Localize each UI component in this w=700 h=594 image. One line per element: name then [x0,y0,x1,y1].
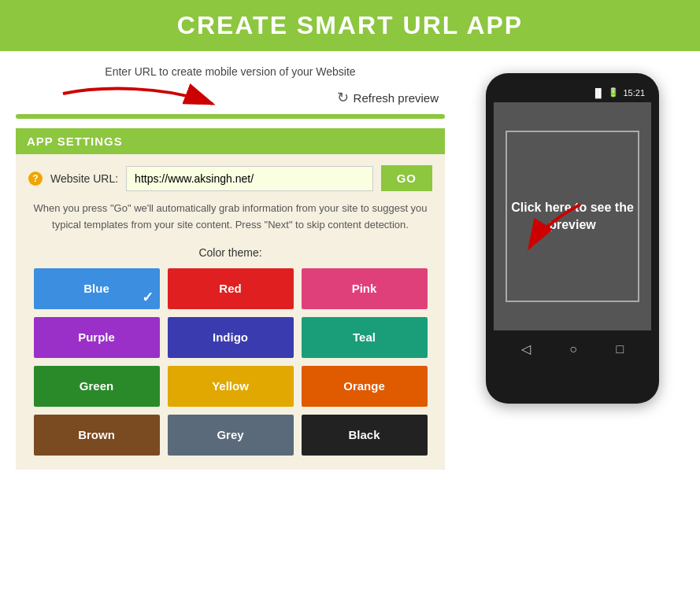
color-swatch-green[interactable]: Green [34,366,160,407]
color-label: Red [219,282,241,295]
color-swatch-yellow[interactable]: Yellow [168,366,294,407]
refresh-row: ↻ Refresh preview [16,86,445,109]
color-swatch-pink[interactable]: Pink [302,268,428,309]
color-label: Grey [217,428,243,441]
website-url-row: ? Website URL: GO [28,165,432,191]
color-label: Orange [343,379,385,393]
color-swatch-purple[interactable]: Purple [34,317,160,358]
app-settings-header: APP SETTINGS [16,128,445,154]
color-swatch-orange[interactable]: Orange [302,366,428,407]
right-panel: ▐▌ 🔋 15:21 Click here to see the preview [461,65,684,470]
color-label: Purple [78,330,115,344]
battery-icon: 🔋 [608,87,619,98]
phone-status-bar: ▐▌ 🔋 15:21 [494,87,651,102]
color-swatch-red[interactable]: Red [168,268,294,309]
color-label: Teal [353,330,376,344]
page-header: CREATE SMART URL APP [0,0,700,51]
main-container: Enter URL to create mobile version of yo… [0,51,700,478]
info-text: When you press "Go" we'll automatically … [28,201,432,234]
home-button[interactable]: ○ [569,342,577,356]
color-label: Black [348,428,380,441]
refresh-label: Refresh preview [354,91,439,105]
url-progress-bar [16,114,445,119]
color-theme-label: Color theme: [28,246,432,259]
phone-bottom-nav: ◁ ○ □ [494,330,651,360]
url-hint: Enter URL to create mobile version of yo… [16,65,445,78]
color-swatch-grey[interactable]: Grey [168,415,294,456]
phone-preview-box[interactable]: Click here to see the preview [506,131,639,302]
color-swatch-indigo[interactable]: Indigo [168,317,294,358]
selected-checkmark: ✓ [142,289,154,306]
app-settings-section: APP SETTINGS ? Website URL: GO When you … [16,128,445,470]
phone-time: 15:21 [623,88,645,98]
color-grid: Blue✓RedPinkPurpleIndigoTealGreenYellowO… [34,268,428,456]
refresh-preview-button[interactable]: ↻ Refresh preview [331,86,445,109]
left-panel: Enter URL to create mobile version of yo… [16,65,445,470]
color-label: Pink [352,282,377,295]
color-swatch-black[interactable]: Black [302,415,428,456]
phone-screen[interactable]: Click here to see the preview [494,102,651,330]
color-label: Yellow [212,379,249,393]
color-label: Brown [78,428,115,441]
refresh-icon: ↻ [337,89,349,106]
color-label: Indigo [213,330,248,344]
color-swatch-brown[interactable]: Brown [34,415,160,456]
page-title: CREATE SMART URL APP [0,11,700,40]
go-button[interactable]: GO [381,165,432,191]
phone-outer: ▐▌ 🔋 15:21 Click here to see the preview [486,73,659,404]
color-swatch-blue[interactable]: Blue✓ [34,268,160,309]
recent-button[interactable]: □ [617,342,624,356]
url-input[interactable] [126,166,373,191]
color-swatch-teal[interactable]: Teal [302,317,428,358]
settings-body: ? Website URL: GO When you press "Go" we… [16,154,445,470]
phone-device: ▐▌ 🔋 15:21 Click here to see the preview [486,73,659,404]
color-label: Blue [83,282,109,295]
website-url-label: Website URL: [50,172,118,185]
back-button[interactable]: ◁ [521,341,531,356]
preview-text: Click here to see the preview [507,199,638,234]
signal-icon: ▐▌ [592,88,605,98]
app-settings-title: APP SETTINGS [27,135,123,148]
help-icon: ? [28,172,43,186]
color-label: Green [80,379,113,393]
